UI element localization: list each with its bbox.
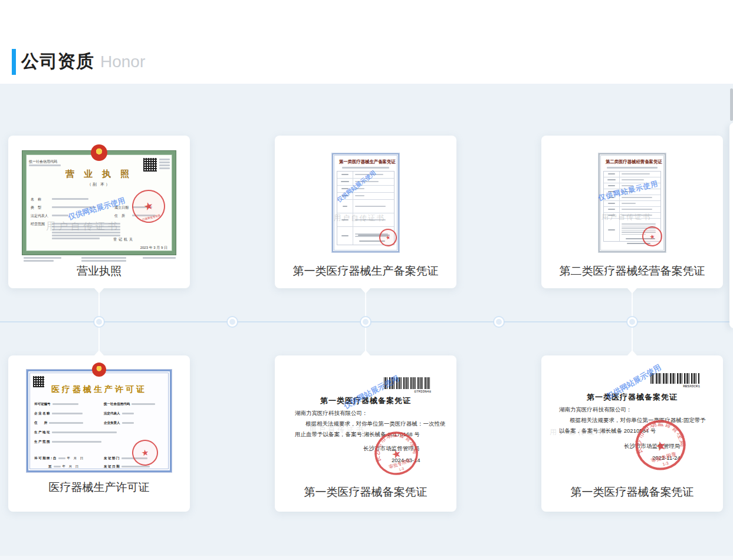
card-label: 第一类医疗器械生产备案凭证 — [275, 263, 456, 279]
timeline-dot — [361, 317, 370, 327]
seal-star-icon: ★ — [143, 199, 155, 213]
card-pointer-up — [94, 350, 104, 356]
row-label: 生 产 范 围 — [34, 440, 50, 444]
svg-text:★: ★ — [653, 438, 668, 454]
section-bottom-edge — [0, 556, 733, 560]
section-title-zh: 公司资质 — [21, 51, 94, 71]
barcode-code: 07MION48 — [384, 390, 431, 394]
row-label: 至 — [48, 465, 52, 469]
scope-text-lines — [52, 223, 120, 241]
section-accent-bar — [12, 49, 16, 75]
card-label: 第一类医疗器械备案凭证 — [541, 485, 723, 500]
field-type-label: 类 型 — [31, 205, 41, 210]
row-label: 住 所 — [34, 421, 47, 425]
barcode — [384, 377, 431, 389]
page: { "header": { "title_zh": "公司资质", "title… — [0, 0, 733, 560]
card-pointer-down — [94, 288, 104, 294]
class1-production-filing-image: 第一类医疗器械生产备案凭证 ★ 仅供网站展示使用 用户自传证书 — [332, 153, 399, 252]
timeline-dot — [627, 317, 637, 327]
row-label: 企 业 名 称 — [34, 411, 50, 416]
barcode — [650, 373, 700, 384]
seal-caption: 行政审批专用章 — [136, 212, 167, 222]
field-value-placeholder — [52, 198, 88, 200]
card-label: 第一类医疗器械备案凭证 — [275, 485, 456, 500]
registrar-label: 登记机关 — [113, 237, 134, 242]
license-footer-text-lines — [24, 257, 61, 263]
production-license-image: ★ 医疗器械生产许可证 许可证编号 统一社会信用代码 企 业 名 称 法定代表人… — [27, 370, 172, 472]
card-label: 营业执照 — [8, 263, 190, 279]
certificate-card-business-license[interactable]: ★ 统一社会信用代码 营 业 执 照 （副 本） 名 称 类 型 法定代表人 经… — [8, 136, 190, 288]
license-date: 2023 年 3 月 9 日 — [140, 245, 167, 251]
row-label: 生 产 地 址 — [34, 430, 50, 434]
class2-operation-filing-image: 第二类医疗器械经营备案凭证 ★ 仅供网站展示使用 用户自传证书 — [599, 153, 666, 252]
field-value-placeholder — [52, 215, 68, 216]
row-label: 发 证 部 门 — [104, 456, 120, 460]
certificate-card-class2-operation-filing[interactable]: 第二类医疗器械经营备案凭证 ★ 仅供网站展示使用 用户自传证书 第二类医疗器械经… — [541, 136, 723, 288]
red-issuing-seal: ★ — [130, 438, 160, 467]
barcode-code: RBSXOCR1 — [650, 384, 700, 388]
national-emblem-icon: ★ — [91, 144, 107, 161]
credit-code-placeholder — [29, 164, 61, 166]
card-pointer-up — [627, 350, 637, 356]
field-legal-rep-label: 法定代表人 — [31, 213, 48, 219]
license-title: 医疗器械生产许可证 — [28, 384, 170, 395]
red-approval-seal: ★ 行政审批专用章 — [129, 186, 169, 226]
card-label: 第二类医疗器械经营备案凭证 — [541, 263, 723, 279]
seal-star-icon: ★ — [141, 447, 150, 458]
scrollbar-thumb[interactable] — [730, 88, 733, 121]
filing-number-placeholder — [607, 167, 658, 169]
business-license-image: ★ 统一社会信用代码 营 业 执 照 （副 本） 名 称 类 型 法定代表人 经… — [22, 151, 176, 255]
row-label: 许可证编号 — [34, 402, 51, 406]
next-carousel-card-peek[interactable] — [729, 123, 733, 328]
doc-title: 第一类医疗器械备案凭证 — [541, 392, 723, 403]
doc-title: 第一类医疗器械备案凭证 — [275, 396, 456, 406]
ymd-text: 年 月 日 — [67, 456, 84, 460]
certificate-card-class1-filing-2022[interactable]: RBSXOCR1 第一类医疗器械备案凭证 湖南力宾医疗科技有限公司： 根据相关法… — [541, 355, 723, 512]
doc-body-line: 根据相关法规要求，对你单位第一类医疗器械:固定带予 — [570, 417, 706, 424]
row-label: 法定代表人 — [104, 411, 120, 416]
certificate-card-class1-filing-2024[interactable]: 07MION48 第一类医疗器械备案凭证 湖南力宾医疗科技有限公司： 根据相关法… — [275, 355, 456, 512]
filing-number-placeholder — [342, 167, 389, 169]
seal-star-icon: ★ — [649, 233, 656, 240]
field-name-label: 名 称 — [31, 197, 41, 202]
row-label: 许 可 期 限：自 — [34, 456, 57, 460]
svg-text:1-3: 1-3 — [662, 461, 669, 466]
qr-side-text-lines — [159, 159, 170, 170]
qr-code — [143, 158, 157, 172]
card-pointer-down — [627, 288, 637, 294]
credit-code-label: 统一社会信用代码 — [29, 159, 57, 164]
certificate-card-class1-production-filing[interactable]: 第一类医疗器械生产备案凭证 ★ 仅供网站展示使用 用户自传证书 第一类医疗器械生… — [275, 136, 456, 288]
card-pointer-up — [360, 350, 371, 356]
doc-body-line: 根据相关法规要求，对你单位第一类医疗器械：一次性使 — [305, 420, 446, 428]
card-pointer-down — [360, 288, 371, 294]
cert-title: 第二类医疗器械经营备案凭证 — [606, 159, 659, 165]
certificate-card-production-license[interactable]: ★ 医疗器械生产许可证 许可证编号 统一社会信用代码 企 业 名 称 法定代表人… — [8, 355, 190, 512]
cert-title: 第一类医疗器械生产备案凭证 — [339, 159, 392, 165]
timeline-dot — [494, 317, 504, 327]
section-title: 公司资质Honor — [21, 50, 145, 74]
svg-text:★: ★ — [390, 447, 403, 462]
row-label: 统一社会信用代码 — [104, 402, 130, 406]
timeline-dot — [228, 317, 237, 327]
svg-text:1-3: 1-3 — [398, 466, 405, 472]
national-emblem-icon: ★ — [92, 363, 106, 377]
field-scope-label: 经营范围 — [31, 222, 45, 227]
ymd-text: 年 月 日 — [63, 465, 79, 469]
row-label: 企业负责人 — [104, 421, 120, 425]
doc-company-line: 湖南力宾医疗科技有限公司： — [559, 406, 632, 414]
license-subtitle: （副 本） — [26, 182, 172, 187]
field-founded-label: 成立日期 — [114, 205, 129, 210]
license-footer-text-lines — [81, 257, 126, 263]
field-address-label: 住 所 — [114, 213, 125, 219]
license-footer-text-lines — [143, 257, 176, 260]
timeline-dot — [94, 317, 104, 327]
field-value-placeholder — [52, 206, 96, 208]
row-label: 发 证 日 期 — [104, 465, 120, 469]
card-label: 医疗器械生产许可证 — [8, 480, 190, 495]
doc-company-line: 湖南力宾医疗科技有限公司： — [295, 410, 368, 417]
section-title-en: Honor — [100, 52, 145, 71]
seal-star-icon: ★ — [385, 234, 391, 241]
